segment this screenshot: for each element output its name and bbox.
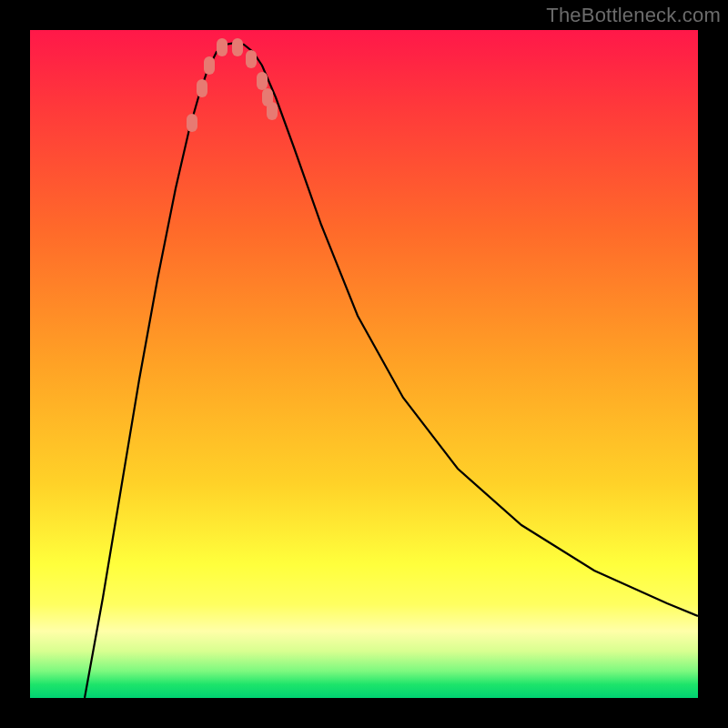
curve-markers bbox=[187, 38, 278, 132]
curve-marker bbox=[246, 50, 257, 68]
chart-plot-area bbox=[30, 30, 698, 698]
bottleneck-curve bbox=[85, 43, 698, 698]
curve-marker bbox=[217, 38, 228, 56]
chart-frame: TheBottleneck.com bbox=[0, 0, 728, 728]
curve-marker bbox=[257, 72, 268, 90]
curve-marker bbox=[187, 114, 197, 132]
curve-marker bbox=[232, 38, 243, 56]
watermark-text: TheBottleneck.com bbox=[546, 4, 721, 27]
chart-svg bbox=[30, 30, 698, 698]
curve-marker bbox=[197, 79, 207, 97]
curve-marker bbox=[204, 56, 215, 75]
curve-marker bbox=[267, 102, 278, 120]
